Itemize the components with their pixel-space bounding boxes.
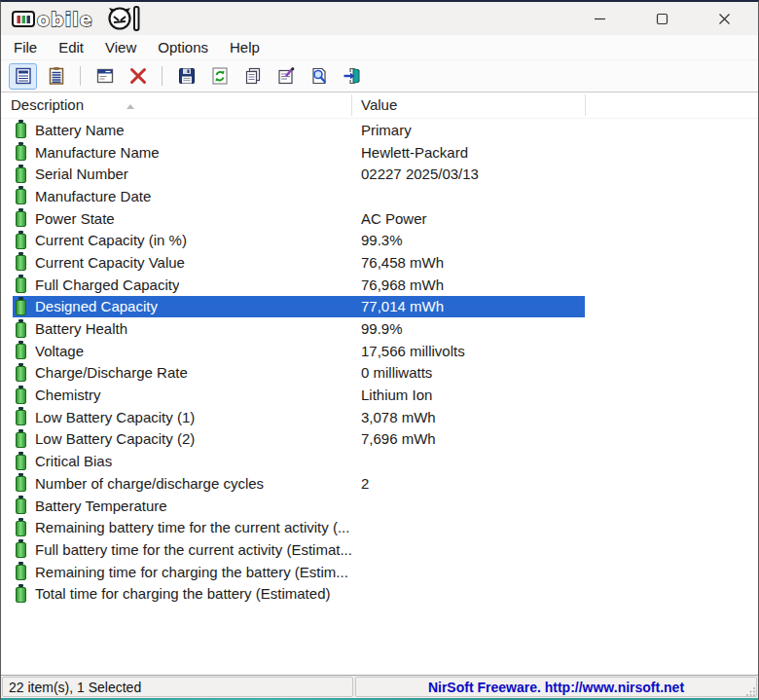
table-row[interactable]: Low Battery Capacity (2) 7,696 mWh bbox=[1, 428, 758, 451]
find-button[interactable] bbox=[305, 63, 333, 90]
table-row[interactable]: Total time for charging the battery (Est… bbox=[1, 582, 758, 605]
table-row[interactable]: Full Charged Capacity 76,968 mWh bbox=[1, 274, 758, 296]
row-description: Manufacture Date bbox=[35, 188, 151, 204]
column-header-value[interactable]: Value bbox=[361, 92, 575, 118]
table-row[interactable]: Battery Health 99.9% bbox=[1, 317, 758, 340]
table-row[interactable]: Battery Name Primary bbox=[1, 119, 758, 141]
table-row[interactable]: Current Capacity Value 76,458 mWh bbox=[1, 251, 758, 274]
row-value: 7,696 mWh bbox=[361, 430, 436, 447]
copy-button[interactable] bbox=[238, 63, 267, 90]
menu-view[interactable]: View bbox=[94, 35, 147, 59]
report-view-button[interactable] bbox=[9, 63, 37, 90]
column-header-description-label: Description bbox=[11, 96, 84, 113]
report-view-icon bbox=[14, 66, 33, 86]
properties-icon bbox=[276, 66, 296, 86]
table-row[interactable]: Remaining battery time for the current a… bbox=[1, 516, 758, 538]
row-description: Battery Name bbox=[35, 122, 125, 138]
save-button[interactable] bbox=[172, 63, 200, 90]
table-row[interactable]: Chemistry Lithium Ion bbox=[1, 384, 758, 406]
row-value: Lithium Ion bbox=[361, 387, 432, 403]
resize-grip[interactable] bbox=[746, 686, 756, 696]
maximize-icon bbox=[656, 13, 669, 25]
toolbar-separator bbox=[162, 66, 163, 86]
advanced-options-button[interactable] bbox=[90, 63, 119, 90]
copy-icon bbox=[243, 66, 263, 86]
table-row[interactable]: Battery Temperature bbox=[1, 495, 758, 517]
toolbar bbox=[1, 59, 758, 92]
refresh-button[interactable] bbox=[205, 63, 234, 90]
battery-icon bbox=[16, 455, 26, 470]
window-options-icon bbox=[95, 66, 115, 86]
menu-bar: File Edit View Options Help bbox=[1, 35, 758, 59]
table-row[interactable]: Critical Bias bbox=[1, 450, 758, 472]
table-row[interactable]: Low Battery Capacity (1) 3,078 mWh bbox=[1, 406, 758, 428]
maximize-button[interactable] bbox=[653, 10, 670, 27]
minimize-button[interactable] bbox=[591, 10, 608, 27]
menu-edit[interactable]: Edit bbox=[48, 35, 94, 59]
svg-text:obile: obile bbox=[37, 9, 93, 30]
row-description: Designed Capacity bbox=[35, 298, 158, 314]
row-value: AC Power bbox=[361, 210, 427, 227]
find-icon bbox=[309, 66, 329, 86]
column-divider[interactable] bbox=[585, 94, 586, 116]
row-description: Battery Temperature bbox=[35, 497, 167, 514]
menu-help[interactable]: Help bbox=[219, 35, 271, 59]
column-header-description[interactable]: Description bbox=[11, 92, 342, 118]
row-description: Chemistry bbox=[35, 387, 101, 403]
delete-icon bbox=[128, 66, 148, 86]
status-bar: 22 item(s), 1 Selected NirSoft Freeware.… bbox=[1, 675, 758, 698]
battery-icon bbox=[16, 410, 26, 425]
window-controls bbox=[591, 10, 744, 27]
table-row[interactable]: Manufacture Name Hewlett-Packard bbox=[1, 141, 758, 164]
row-value: 76,458 mWh bbox=[361, 254, 444, 271]
delete-button[interactable] bbox=[124, 63, 152, 90]
table-row[interactable]: Power State AC Power bbox=[1, 207, 758, 230]
mobile01-logo-icon: obile bbox=[11, 5, 145, 32]
table-row[interactable]: Full battery time for the current activi… bbox=[1, 538, 758, 561]
row-value: 2 bbox=[361, 475, 369, 492]
menu-file[interactable]: File bbox=[3, 35, 48, 59]
row-description: Remaining time for charging the battery … bbox=[35, 564, 348, 580]
battery-icon bbox=[16, 189, 26, 204]
table-row[interactable]: Serial Number 02227 2025/03/13 bbox=[1, 163, 758, 185]
app-window: obile bbox=[0, 0, 759, 700]
row-value: 99.9% bbox=[361, 320, 403, 337]
table-row[interactable]: Current Capacity (in %) 99.3% bbox=[1, 229, 758, 251]
table-row[interactable]: Designed Capacity 77,014 mWh bbox=[1, 296, 758, 318]
row-description: Battery Health bbox=[35, 320, 127, 337]
status-nirsoft-link[interactable]: NirSoft Freeware. http://www.nirsoft.net bbox=[355, 677, 757, 697]
table-row[interactable]: Number of charge/discharge cycles 2 bbox=[1, 472, 758, 495]
row-value: Primary bbox=[361, 122, 412, 138]
status-item-count: 22 item(s), 1 Selected bbox=[2, 677, 353, 697]
row-value: Hewlett-Packard bbox=[361, 144, 468, 161]
properties-button[interactable] bbox=[271, 63, 300, 90]
minimize-icon bbox=[594, 13, 606, 25]
row-value: 76,968 mWh bbox=[361, 276, 444, 293]
list-header: Description Value bbox=[1, 92, 758, 119]
close-button[interactable] bbox=[715, 10, 733, 27]
table-row[interactable]: Remaining time for charging the battery … bbox=[1, 561, 758, 583]
row-description: Total time for charging the battery (Est… bbox=[35, 585, 330, 602]
battery-icon bbox=[16, 300, 26, 315]
battery-icon bbox=[16, 123, 26, 138]
row-description: Low Battery Capacity (2) bbox=[35, 430, 195, 447]
battery-icon bbox=[16, 388, 26, 404]
table-row[interactable]: Manufacture Date bbox=[1, 185, 758, 207]
exit-button[interactable] bbox=[338, 63, 366, 90]
close-icon bbox=[718, 13, 731, 25]
menu-options[interactable]: Options bbox=[147, 35, 219, 59]
battery-icon bbox=[16, 476, 26, 492]
table-row[interactable]: Charge/Discharge Rate 0 milliwatts bbox=[1, 362, 758, 385]
battery-icon bbox=[16, 211, 26, 227]
clipboard-view-button[interactable] bbox=[42, 63, 70, 90]
table-row[interactable]: Voltage 17,566 millivolts bbox=[1, 340, 758, 362]
row-description: Voltage bbox=[35, 343, 84, 359]
row-value: 99.3% bbox=[361, 232, 403, 248]
battery-icon bbox=[16, 366, 26, 382]
save-icon bbox=[177, 66, 197, 86]
row-description: Manufacture Name bbox=[35, 144, 160, 161]
battery-icon bbox=[16, 542, 26, 558]
row-value: 02227 2025/03/13 bbox=[361, 166, 479, 182]
clipboard-icon bbox=[47, 66, 66, 86]
column-divider[interactable] bbox=[351, 94, 352, 116]
